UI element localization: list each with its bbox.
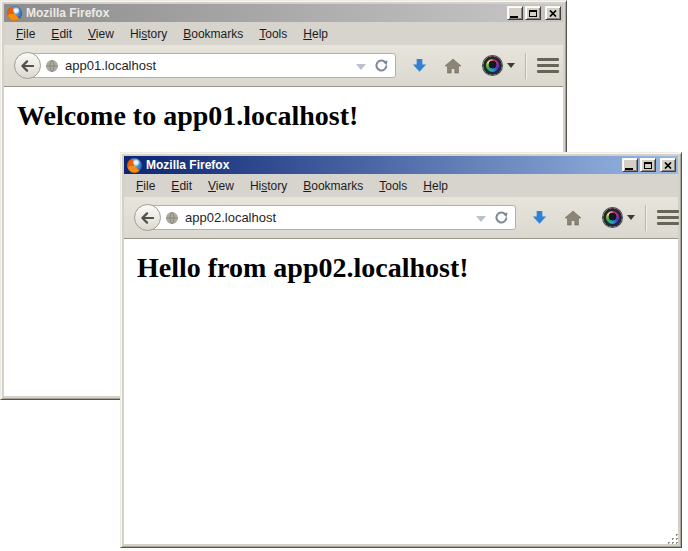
menu-file[interactable]: File	[8, 24, 43, 44]
url-bar[interactable]: app02.localhost	[148, 205, 516, 230]
titlebar[interactable]: Mozilla Firefox	[4, 4, 563, 22]
menu-file[interactable]: File	[128, 176, 163, 196]
back-icon	[21, 60, 34, 72]
caret-down-icon	[507, 63, 515, 68]
back-button[interactable]	[134, 204, 161, 231]
home-button[interactable]	[564, 210, 582, 226]
dropdown-icon[interactable]	[356, 64, 366, 70]
window-controls	[622, 158, 676, 172]
page-heading: Welcome to app01.localhost!	[17, 100, 563, 132]
resize-grip[interactable]	[667, 533, 680, 546]
firefox-logo-icon[interactable]	[7, 6, 22, 21]
url-input[interactable]: app01.localhost	[65, 58, 352, 73]
close-icon	[664, 162, 672, 169]
download-button[interactable]	[531, 209, 548, 226]
home-button[interactable]	[444, 58, 462, 74]
toolbar-separator	[645, 205, 646, 231]
globe-icon[interactable]	[45, 59, 59, 73]
download-icon	[531, 209, 548, 226]
addon-colorwheel-button[interactable]	[603, 208, 635, 227]
minimize-icon	[510, 16, 518, 18]
menu-history[interactable]: History	[122, 24, 175, 44]
toolbar-separator	[525, 53, 526, 79]
menu-history[interactable]: History	[242, 176, 295, 196]
page-content: Hello from app02.localhost!	[124, 239, 678, 544]
titlebar[interactable]: Mozilla Firefox	[124, 156, 678, 174]
url-input[interactable]: app02.localhost	[185, 210, 472, 225]
menu-help[interactable]: Help	[295, 24, 336, 44]
close-icon	[549, 10, 557, 17]
menu-edit[interactable]: Edit	[163, 176, 200, 196]
download-button[interactable]	[411, 57, 428, 74]
close-button[interactable]	[660, 158, 676, 172]
minimize-button[interactable]	[507, 6, 523, 20]
menu-hamburger-icon	[537, 58, 559, 61]
minimize-icon	[625, 168, 633, 170]
menu-bookmarks[interactable]: Bookmarks	[295, 176, 371, 196]
firefox-logo-icon[interactable]	[127, 158, 142, 173]
home-icon	[444, 58, 462, 74]
navigation-toolbar: app02.localhost	[124, 197, 678, 239]
desktop: { "colors": { "active_title_gradient_sta…	[0, 0, 688, 551]
page-heading: Hello from app02.localhost!	[137, 252, 678, 284]
maximize-button[interactable]	[640, 158, 656, 172]
menu-bar: File Edit View History Bookmarks Tools H…	[124, 174, 678, 197]
menu-view[interactable]: View	[200, 176, 242, 196]
window-title: Mozilla Firefox	[146, 158, 622, 172]
menu-tools[interactable]: Tools	[251, 24, 295, 44]
reload-icon[interactable]	[494, 210, 509, 225]
minimize-button[interactable]	[622, 158, 638, 172]
back-button[interactable]	[14, 52, 41, 79]
url-bar[interactable]: app01.localhost	[28, 53, 396, 78]
menu-bar: File Edit View History Bookmarks Tools H…	[4, 22, 563, 45]
caret-down-icon	[627, 215, 635, 220]
maximize-icon	[644, 162, 652, 169]
globe-icon[interactable]	[165, 211, 179, 225]
reload-icon[interactable]	[374, 58, 389, 73]
addon-colorwheel-button[interactable]	[483, 56, 515, 75]
colorwheel-icon	[483, 56, 502, 75]
download-icon	[411, 57, 428, 74]
browser-window-app02: Mozilla Firefox File Edit View History B…	[120, 152, 682, 548]
maximize-button[interactable]	[525, 6, 541, 20]
maximize-icon	[529, 10, 537, 17]
close-button[interactable]	[545, 6, 561, 20]
window-controls	[507, 6, 561, 20]
navigation-toolbar: app01.localhost	[4, 45, 563, 87]
colorwheel-icon	[603, 208, 622, 227]
menu-hamburger-button[interactable]	[537, 58, 559, 73]
menu-bookmarks[interactable]: Bookmarks	[175, 24, 251, 44]
menu-help[interactable]: Help	[415, 176, 456, 196]
menu-view[interactable]: View	[80, 24, 122, 44]
home-icon	[564, 210, 582, 226]
menu-hamburger-icon	[657, 210, 679, 213]
menu-tools[interactable]: Tools	[371, 176, 415, 196]
menu-hamburger-button[interactable]	[657, 210, 679, 225]
window-title: Mozilla Firefox	[26, 6, 507, 20]
dropdown-icon[interactable]	[476, 216, 486, 222]
menu-edit[interactable]: Edit	[43, 24, 80, 44]
back-icon	[141, 212, 154, 224]
